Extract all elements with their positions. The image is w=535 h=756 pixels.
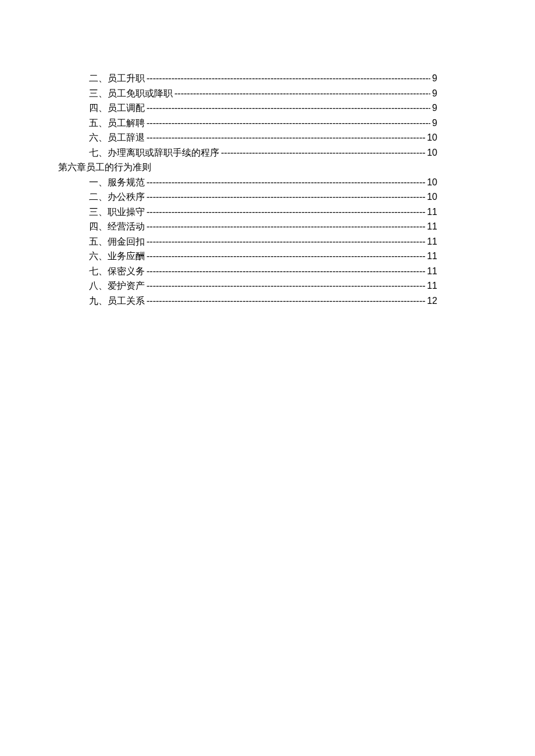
- toc-page: 11: [427, 278, 437, 293]
- toc-entry: 一、服务规范 10: [89, 175, 437, 190]
- toc-leader: [147, 219, 425, 234]
- toc-entry: 二、员工升职 9: [89, 71, 437, 86]
- toc-label: 七、办理离职或辞职手续的程序: [89, 145, 219, 160]
- toc-label: 六、业务应酬: [89, 249, 145, 264]
- toc-label: 二、办公秩序: [89, 189, 145, 205]
- toc-entry: 九、员工关系 12: [89, 293, 437, 309]
- toc-entry: 五、员工解聘 9: [89, 116, 437, 131]
- toc-page: 10: [427, 145, 437, 160]
- toc-page: 10: [427, 189, 437, 205]
- toc-entry: 五、佣金回扣 11: [89, 234, 437, 249]
- toc-page: 9: [432, 116, 437, 131]
- toc-entry: 四、经营活动 11: [89, 219, 437, 234]
- toc-leader: [147, 278, 425, 293]
- toc-leader: [174, 86, 430, 101]
- toc-entry: 六、业务应酬 11: [89, 249, 437, 264]
- toc-label: 四、经营活动: [89, 219, 145, 234]
- toc-entry: 八、爱护资产 11: [89, 278, 437, 293]
- table-of-contents: 二、员工升职 9 三、员工免职或降职 9 四、员工调配 9 五、员工解聘 9 六…: [58, 71, 437, 308]
- toc-entry: 四、员工调配 9: [89, 101, 437, 116]
- toc-section-heading: 第六章员工的行为准则: [58, 160, 437, 175]
- toc-label: 八、爱护资产: [89, 278, 145, 293]
- toc-leader: [147, 293, 425, 309]
- toc-entry: 二、办公秩序 10: [89, 189, 437, 205]
- toc-page: 9: [432, 101, 437, 116]
- toc-leader: [147, 205, 425, 220]
- toc-entry: 三、员工免职或降职 9: [89, 86, 437, 101]
- toc-label: 五、员工解聘: [89, 116, 145, 131]
- toc-leader: [147, 116, 430, 131]
- toc-leader: [147, 130, 425, 145]
- toc-entry: 七、办理离职或辞职手续的程序 10: [89, 145, 437, 160]
- toc-leader: [147, 101, 430, 116]
- toc-entry: 七、保密义务 11: [89, 264, 437, 279]
- toc-label: 三、职业操守: [89, 205, 145, 220]
- toc-page: 11: [427, 219, 437, 234]
- toc-entry: 六、员工辞退 10: [89, 130, 437, 145]
- toc-label: 二、员工升职: [89, 71, 145, 86]
- toc-entry: 三、职业操守 11: [89, 205, 437, 220]
- toc-leader: [147, 189, 425, 205]
- toc-leader: [147, 71, 430, 86]
- toc-label: 三、员工免职或降职: [89, 86, 173, 101]
- toc-label: 一、服务规范: [89, 175, 145, 190]
- toc-label: 五、佣金回扣: [89, 234, 145, 249]
- toc-label: 九、员工关系: [89, 293, 145, 309]
- toc-page: 9: [432, 86, 437, 101]
- toc-leader: [147, 264, 425, 279]
- toc-page: 11: [427, 249, 437, 264]
- toc-page: 11: [427, 264, 437, 279]
- toc-leader: [147, 234, 425, 249]
- toc-page: 11: [427, 234, 437, 249]
- toc-page: 10: [427, 130, 437, 145]
- toc-page: 9: [432, 71, 437, 86]
- toc-leader: [221, 145, 425, 160]
- toc-page: 12: [427, 293, 437, 309]
- toc-page: 11: [427, 205, 437, 220]
- toc-label: 六、员工辞退: [89, 130, 145, 145]
- toc-page: 10: [427, 175, 437, 190]
- toc-leader: [147, 175, 425, 190]
- toc-label: 四、员工调配: [89, 101, 145, 116]
- toc-label: 七、保密义务: [89, 264, 145, 279]
- toc-leader: [147, 249, 425, 264]
